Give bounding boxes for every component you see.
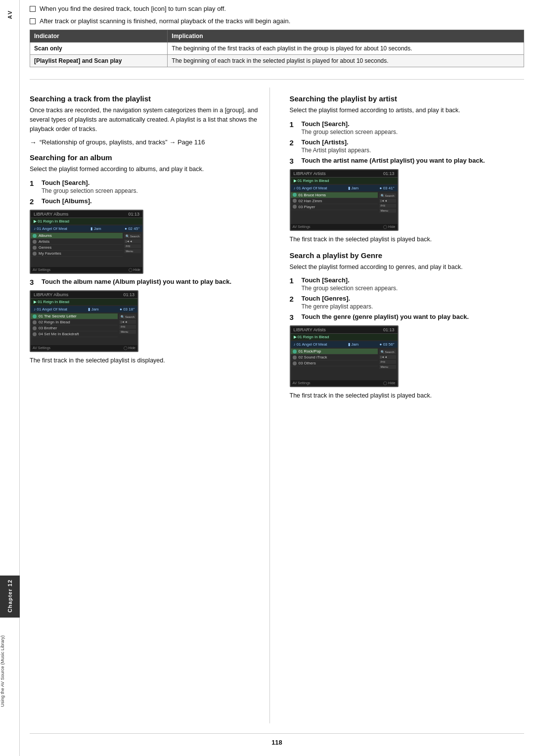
- main-content: When you find the desired track, touch […: [20, 0, 534, 756]
- step-title-2: Touch [Albums].: [42, 197, 265, 205]
- av-settings-genre: AV Settings: [293, 381, 311, 385]
- step-1-genre: 1 Touch [Search]. The group selection sc…: [290, 276, 525, 292]
- list-item-1: 01 The Secretz Letter: [31, 313, 118, 319]
- step-2-album: 2 Touch [Albums].: [30, 197, 265, 206]
- two-column-layout: Searching a track from the playlist Once…: [30, 88, 524, 723]
- step-content-1: Touch [Search]. The group selection scre…: [42, 179, 265, 194]
- screen-header-right-2: 01:13: [123, 292, 134, 297]
- screen-header-left-genre: LIBRARY Artists: [294, 327, 326, 332]
- step-num-g2: 2: [290, 295, 299, 303]
- list-dot: [293, 361, 297, 365]
- list-item-genre-3: 03 Others: [291, 360, 378, 366]
- track-time-artist: ● 03 41": [380, 186, 395, 190]
- step-content-r3: Touch the artist name (Artist playlist) …: [302, 157, 525, 164]
- hide-label: ◯ Hide: [129, 268, 140, 272]
- after-step3-album: The first track in the selected playlist…: [30, 356, 265, 365]
- menu-btn: Menu: [124, 249, 141, 253]
- track-info-left: ▶ 01 Reign In Blead: [34, 219, 69, 223]
- track-time-2: ● 03 18": [120, 307, 134, 311]
- step-num-g3: 3: [290, 313, 299, 321]
- step-content-g1: Touch [Search]. The group selection scre…: [302, 276, 525, 292]
- left-margin: AV Chapter 12 Using the AV Source (Music…: [0, 0, 20, 756]
- screen-list-area-1: Albums Artists Genres: [31, 233, 123, 257]
- search-btn-genre: 🔍 Search: [379, 350, 396, 354]
- after-step3-artist: The first track in the selected playlist…: [290, 235, 525, 244]
- step-num-2: 2: [30, 197, 39, 206]
- screen-list-area-2: 01 The Secretz Letter 02 Reign In Blead …: [31, 313, 118, 337]
- screen-track-sub-genre: ♪ 01 Angel Of Meat ▮ Jam ● 03 56": [291, 341, 398, 348]
- playpause-btn-genre: P/II: [379, 360, 396, 364]
- list-dot: [33, 252, 37, 256]
- menu-btn-artist: Menu: [379, 209, 396, 213]
- step-title-g1: Touch [Search].: [302, 276, 525, 284]
- screen-track-sub-artist: ♪ 01 Angel Of Meat ▮ Jam ● 03 41": [291, 185, 398, 191]
- screen-list-genre: 01 Rock/Pop 02 Sound iTrack 03 Others: [291, 349, 378, 370]
- track-info-artist: ▶ 01 Reign In Blead: [294, 178, 329, 183]
- list-dot: [33, 234, 37, 238]
- screen-track-info-genre: ▶ 01 Reign In Blead: [291, 334, 398, 340]
- prev-btn-genre: |◄◄: [379, 355, 396, 359]
- list-item-favorites: My Favorites: [31, 251, 123, 257]
- list-dot: [33, 320, 37, 324]
- table-cell-indicator-2: [Playlist Repeat] and Scan play: [30, 55, 168, 67]
- screen-side-controls-1: 🔍 Search |◄◄ P/II Menu: [123, 233, 142, 257]
- screen-artist-playlist: LIBRARY Artists 01:13 ▶ 01 Reign In Blea…: [290, 169, 399, 231]
- av-settings-artist: AV Settings: [293, 225, 311, 229]
- prev-btn: |◄◄: [124, 239, 141, 243]
- list-item-artist-2: 02 Han Zimm: [291, 198, 378, 204]
- av-source-label: Using the AV Source (Music Library): [0, 635, 20, 707]
- hide-artist: ◯ Hide: [383, 225, 395, 229]
- section-desc-track-search: Once tracks are recorded, the navigation…: [30, 106, 265, 133]
- screen-track-info-1: ▶ 01 Reign In Blead: [31, 218, 142, 224]
- step-1-artist: 1 Touch [Search]. The group selection sc…: [290, 120, 525, 135]
- bullet-item-2: After track or playlist scanning is fini…: [30, 17, 524, 25]
- arrow-ref-text: “Relationship of groups, playlists, and …: [40, 138, 205, 146]
- table-row: [Playlist Repeat] and Scan play The begi…: [30, 55, 524, 67]
- page-number: 118: [30, 733, 524, 746]
- track-sub-genre: ♪ 01 Angel Of Meat: [294, 342, 327, 347]
- step-title-r2: Touch [Artists].: [302, 138, 525, 146]
- track-jam-artist: ▮ Jam: [348, 186, 358, 190]
- section-desc-album: Select the playlist formed according to …: [30, 165, 265, 174]
- section-desc-genre: Select the playlist formed according to …: [290, 263, 525, 272]
- list-item-artist-1: 01 Bruce Horns: [291, 192, 378, 198]
- track-jam-label: ▮ Jam: [90, 226, 101, 231]
- search-btn: 🔍 Search: [124, 234, 141, 238]
- list-item-genres: Genres: [31, 245, 123, 251]
- av-label: AV: [7, 10, 13, 19]
- right-column: Searching the playlist by artist Select …: [285, 88, 525, 723]
- step-desc-g2: The genre playlist appears.: [302, 303, 525, 310]
- track-jam-2: ▮ Jam: [88, 307, 98, 311]
- step-content-r1: Touch [Search]. The group selection scre…: [302, 120, 525, 135]
- section-title-artist: Searching the playlist by artist: [290, 94, 525, 103]
- table-cell-indicator-1: Scan only: [30, 43, 168, 55]
- after-step3-genre: The first track in the selected playlist…: [290, 391, 525, 400]
- step-num-g1: 1: [290, 276, 299, 285]
- screen-side-controls-2: 🔍 Search |◄◄ P/II Menu: [118, 313, 137, 337]
- screen-albums-list: LIBRARY Albums 01:13 ▶ 01 Reign In Blead…: [30, 210, 143, 274]
- av-settings-2: AV Settings: [33, 346, 50, 350]
- indicator-table: Indicator Implication Scan only The begi…: [30, 30, 524, 67]
- bullet-square-2: [30, 18, 36, 24]
- list-dot: [293, 205, 297, 209]
- screen-album-playlist: LIBRARY Albums 01:13 ▶ 01 Reign In Blead…: [30, 290, 138, 352]
- step-title-r1: Touch [Search].: [302, 120, 525, 128]
- screen-header-left-1: LIBRARY Albums: [34, 212, 68, 217]
- track-info-left-2: ▶ 01 Reign In Blead: [34, 300, 69, 304]
- step-title-r3: Touch the artist name (Artist playlist) …: [302, 157, 525, 164]
- step-title-1: Touch [Search].: [42, 179, 265, 186]
- list-item-2: 02 Reign In Blead: [31, 319, 118, 325]
- list-dot: [293, 193, 297, 197]
- bullet-text-1: When you find the desired track, touch […: [40, 5, 226, 12]
- screen-bottom-artist: AV Settings ◯ Hide: [291, 224, 398, 230]
- screen-bottom-bar-2: AV Settings ◯ Hide: [31, 345, 137, 351]
- step-content-g3: Touch the genre (genre playlist) you wan…: [302, 313, 525, 320]
- table-row: Scan only The beginning of the first tra…: [30, 43, 524, 55]
- bullet-text-2: After track or playlist scanning is fini…: [40, 17, 290, 25]
- step-num-r2: 2: [290, 138, 299, 147]
- list-item-3: 03 Brother: [31, 325, 118, 331]
- hide-2: ◯ Hide: [124, 346, 135, 350]
- step-2-artist: 2 Touch [Artists]. The Artist playlist a…: [290, 138, 525, 154]
- screen-track-sub-info-2: ♪ 01 Angel Of Meat ▮ Jam ● 03 18": [31, 306, 137, 312]
- chapter-label: Chapter 12: [7, 579, 13, 613]
